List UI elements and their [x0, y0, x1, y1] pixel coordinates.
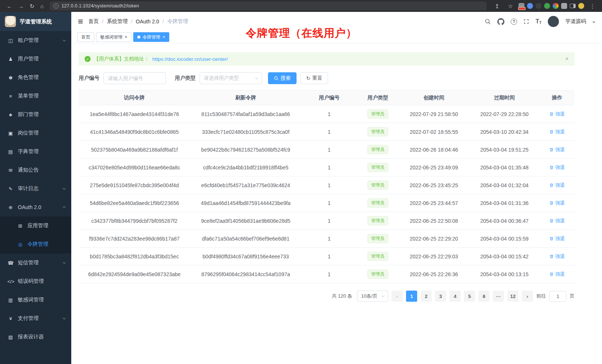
next-page-button[interactable]: › — [522, 291, 533, 302]
split-view-icon[interactable] — [570, 4, 576, 8]
breadcrumb-item[interactable]: 首页 — [88, 18, 99, 25]
create-time-cell: 2022-06-26 18:04:46 — [399, 141, 469, 159]
trash-icon — [549, 165, 554, 170]
sidebar-item-report-designer[interactable]: ▧ 报表设计器 — [0, 328, 71, 346]
force-logout-button[interactable]: 强退 — [549, 129, 565, 135]
caret-down-icon[interactable] — [592, 21, 595, 23]
breadcrumb-item[interactable]: 系统管理 — [107, 18, 128, 25]
sidebar-item-dictionary[interactable]: ▤ 字典管理 — [0, 142, 71, 161]
breadcrumb-item[interactable]: OAuth 2.0 — [136, 19, 159, 24]
page-button[interactable]: ··· — [493, 291, 504, 302]
sidebar-item-user[interactable]: ♟ 用户管理 — [0, 50, 71, 68]
trash-icon — [549, 148, 554, 152]
overflow-menu-icon[interactable]: ⋮ — [590, 3, 595, 9]
trash-icon — [549, 112, 554, 116]
sidebar-item-role[interactable]: ♚ 角色管理 — [0, 68, 71, 87]
alert-doc-link[interactable]: https://doc.iocoder.cn/user-center/ — [153, 56, 228, 62]
table-row: 54d6be82ee5a460a9aedc1f9bf223656 49d1aa4… — [79, 194, 575, 212]
sidebar-item-error-code[interactable]: </> 错误码管理 — [0, 272, 71, 291]
breadcrumb-item[interactable]: 令牌管理 — [167, 18, 188, 25]
extension-icon[interactable] — [544, 3, 550, 9]
sidebar-item-oauth2-token[interactable]: ◎ 令牌管理 — [0, 235, 71, 254]
column-header: 刷新令牌 — [190, 90, 301, 105]
sidebar-item-oauth2-application[interactable]: ⊞ 应用管理 — [0, 216, 71, 235]
force-logout-button[interactable]: 强退 — [549, 111, 565, 118]
page-button[interactable]: 6 — [478, 291, 490, 302]
reset-button[interactable]: ↻ 重置 — [300, 72, 328, 84]
prev-page-button[interactable]: ‹ — [392, 291, 403, 302]
column-header: 过期时间 — [469, 90, 540, 105]
user-avatar[interactable] — [548, 16, 559, 27]
force-logout-button[interactable]: 强退 — [549, 253, 565, 260]
fullscreen-icon[interactable] — [523, 19, 529, 24]
sidebar-item-tenant[interactable]: ◫ 租户管理 — [0, 31, 71, 50]
header-search-icon[interactable] — [485, 19, 491, 25]
bookmark-star-icon[interactable]: ☆ — [508, 3, 513, 9]
force-logout-button[interactable]: 强退 — [549, 271, 565, 278]
sidebar-item-payment[interactable]: ¥ 支付管理 — [0, 309, 71, 328]
sidebar-item-sensitive-word[interactable]: ▥ 敏感词管理 — [0, 291, 71, 309]
force-logout-button[interactable]: 强退 — [549, 200, 565, 206]
page-button[interactable]: 2 — [421, 291, 432, 302]
puzzle-extensions-icon[interactable] — [561, 3, 567, 9]
collapse-sidebar-icon[interactable]: ≡ — [78, 17, 83, 26]
refresh-token-cell: dfa6c71a50a54c66bef706ef9e6e8d81 — [190, 230, 301, 248]
sidebar-item-notice[interactable]: ✉ 通知公告 — [0, 161, 71, 179]
site-info-icon[interactable]: i — [53, 3, 59, 9]
trash-icon — [549, 183, 554, 188]
access-token-cell: 502375b8040a469a9b82188afdf6af1f — [79, 141, 190, 159]
sidebar-item-department[interactable]: ♣ 部门管理 — [0, 105, 71, 124]
user-icon: ♟ — [7, 56, 14, 62]
table-row: 1ea5e44f8bc1467aaede43144f31de76 811c530… — [79, 105, 575, 123]
github-icon[interactable] — [497, 18, 504, 25]
user-type-select[interactable]: 请选择用户类型 — [200, 72, 262, 84]
force-logout-button[interactable]: 强退 — [549, 182, 565, 189]
home-button[interactable]: ⌂ — [40, 3, 44, 9]
app-logo[interactable]: 芋道管理系统 — [0, 12, 71, 31]
extension-icon[interactable] — [527, 3, 533, 9]
sidebar-item-post[interactable]: ▣ 岗位管理 — [0, 124, 71, 142]
user-id-input[interactable] — [104, 72, 166, 84]
reload-button[interactable]: ↻ — [30, 3, 35, 9]
extension-icon[interactable] — [518, 3, 524, 9]
tab[interactable]: 令牌管理 × — [133, 32, 169, 42]
address-bar[interactable]: i 127.0.0.1:1024/system/oauth2/token — [50, 1, 487, 10]
page-button[interactable]: 1 — [406, 291, 417, 302]
sidebar-item-audit-log[interactable]: ✎ 审计日志 — [0, 179, 71, 198]
force-logout-button[interactable]: 强退 — [549, 218, 565, 224]
trash-icon — [549, 236, 554, 241]
goto-page-input[interactable] — [549, 291, 566, 302]
page-button[interactable]: 4 — [449, 291, 461, 302]
alert-close-icon[interactable]: × — [565, 56, 569, 62]
share-icon[interactable]: ↥ — [495, 3, 500, 9]
extension-icon[interactable] — [553, 3, 559, 9]
username[interactable]: 芋道源码 — [565, 18, 586, 25]
browser-profile-avatar[interactable] — [578, 3, 584, 9]
user-type-badge: 管理员 — [367, 216, 388, 225]
sidebar-item-oauth2[interactable]: ⊕ OAuth 2.0 — [0, 198, 71, 216]
access-token-cell: c347026e805e4d99b0d116eae66eda8c — [79, 159, 190, 176]
access-token-cell: 1ea5e44f8bc1467aaede43144f31de76 — [79, 105, 190, 123]
close-icon[interactable]: × — [125, 35, 127, 39]
page-button[interactable]: 12 — [507, 291, 518, 302]
tab[interactable]: 首页 × — [77, 32, 94, 42]
page-size-select[interactable]: 10条/页 — [357, 291, 388, 302]
force-logout-button[interactable]: 强退 — [549, 146, 565, 153]
back-button[interactable]: ← — [7, 3, 12, 9]
page-button[interactable]: 5 — [464, 291, 475, 302]
close-icon[interactable]: × — [163, 35, 165, 39]
force-logout-button[interactable]: 强退 — [549, 235, 565, 242]
help-icon[interactable]: ? — [511, 19, 517, 25]
sidebar-item-sms[interactable]: ☎ 短信管理 — [0, 254, 71, 272]
user-id-cell: 1 — [301, 230, 357, 248]
search-button[interactable]: 搜索 — [268, 72, 297, 84]
extension-icon[interactable] — [536, 3, 542, 9]
force-logout-button[interactable]: 强退 — [549, 164, 565, 171]
font-size-icon[interactable]: TT — [536, 18, 542, 25]
sidebar-item-menu[interactable]: ≡ 菜单管理 — [0, 87, 71, 105]
forward-button[interactable]: → — [18, 3, 24, 9]
user-type-badge: 管理员 — [367, 163, 388, 172]
chevron-down-icon — [63, 186, 66, 189]
page-button[interactable]: 3 — [435, 291, 446, 302]
tab[interactable]: 敏感词管理 × — [96, 32, 131, 42]
